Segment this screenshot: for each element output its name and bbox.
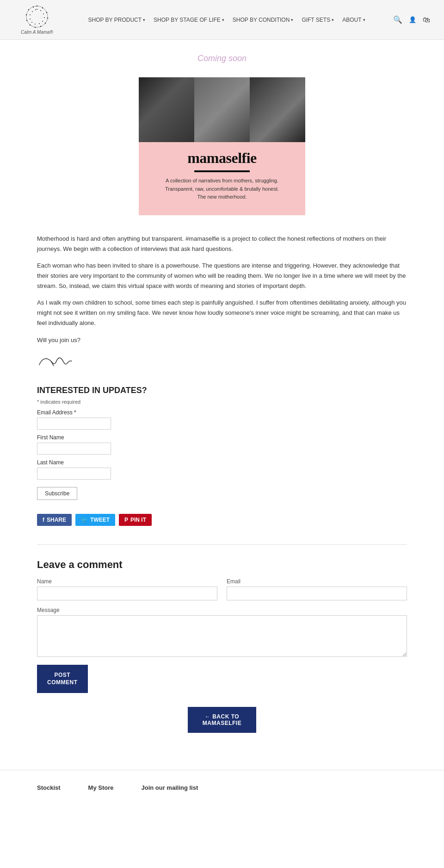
banner-photo-1 <box>139 77 194 142</box>
share-pinterest-button[interactable]: P PIN IT <box>119 514 152 526</box>
comment-message-label: Message <box>37 607 407 613</box>
login-icon[interactable]: 👤 <box>409 16 416 23</box>
site-header: Calm A Mama® SHOP BY PRODUCT ▾ SHOP BY S… <box>0 0 444 40</box>
svg-point-7 <box>35 27 36 28</box>
svg-point-20 <box>31 22 32 23</box>
comment-name-label: Name <box>37 578 217 585</box>
coming-soon-label: Coming soon <box>37 54 407 63</box>
pinterest-icon: P <box>124 517 128 523</box>
comment-email-label: Email <box>227 578 407 585</box>
banner-photo-2 <box>194 77 250 142</box>
svg-point-18 <box>39 23 40 24</box>
svg-point-23 <box>32 11 33 12</box>
site-footer: Stockist My Store Join our mailing list <box>0 770 444 804</box>
header-icons: 🔍 👤 🛍 <box>393 15 430 24</box>
svg-point-2 <box>42 7 43 8</box>
svg-point-17 <box>42 21 43 22</box>
svg-point-6 <box>40 26 41 27</box>
article-paragraph-3: As I walk my own children to school, som… <box>37 298 407 328</box>
main-content: Coming soon mamaselfie A collection of n… <box>0 40 444 770</box>
svg-point-15 <box>43 13 44 14</box>
social-share: f SHARE 🐦 TWEET P PIN IT <box>37 514 407 526</box>
comment-message-field: Message <box>37 607 407 658</box>
article-join: Will you join us? <box>37 335 407 345</box>
svg-point-10 <box>26 14 27 15</box>
newsletter-email-input[interactable] <box>37 418 111 430</box>
footer-col-my-store: My Store <box>88 784 114 795</box>
comment-message-textarea[interactable] <box>37 615 407 657</box>
last-name-label: Last Name <box>37 459 407 466</box>
back-to-mamaselfie-button[interactable]: ← BACK TOMAMASELFIE <box>188 707 256 733</box>
first-name-label: First Name <box>37 434 407 441</box>
mamaselfie-banner: mamaselfie A collection of narratives fr… <box>139 77 305 215</box>
newsletter-first-name-input[interactable] <box>37 443 111 455</box>
comment-name-field: Name <box>37 578 217 600</box>
subscribe-button[interactable]: Subscribe <box>37 487 77 500</box>
svg-point-16 <box>44 17 45 18</box>
svg-point-22 <box>30 14 31 15</box>
article-paragraph-1: Motherhood is hard and often anything bu… <box>37 234 407 254</box>
svg-point-5 <box>45 23 46 24</box>
chevron-down-icon: ▾ <box>291 18 293 22</box>
required-note: * indicates required <box>37 399 407 405</box>
comment-name-input[interactable] <box>37 587 217 600</box>
facebook-icon: f <box>43 517 44 523</box>
svg-point-19 <box>35 24 36 25</box>
nav-shop-by-stage[interactable]: SHOP BY STAGE OF LIFE ▾ <box>154 17 224 23</box>
svg-point-24 <box>35 9 36 10</box>
svg-point-13 <box>37 9 37 10</box>
comment-name-email-row: Name Email <box>37 578 407 600</box>
banner-divider <box>194 170 250 172</box>
cart-icon[interactable]: 🛍 <box>423 16 430 24</box>
footer-col-mailing: Join our mailing list <box>141 784 198 795</box>
newsletter-last-name-input[interactable] <box>37 468 111 480</box>
newsletter-section: INTERESTED IN UPDATES? * indicates requi… <box>37 386 407 500</box>
share-facebook-button[interactable]: f SHARE <box>37 514 72 526</box>
svg-point-3 <box>46 12 47 13</box>
author-signature <box>37 352 407 372</box>
back-section: ← BACK TOMAMASELFIE <box>37 707 407 733</box>
logo-icon <box>25 5 49 29</box>
svg-point-14 <box>40 10 41 11</box>
main-nav: SHOP BY PRODUCT ▾ SHOP BY STAGE OF LIFE … <box>88 17 365 23</box>
search-icon[interactable]: 🔍 <box>393 15 402 24</box>
newsletter-title: INTERESTED IN UPDATES? <box>37 386 407 395</box>
svg-point-12 <box>33 6 34 7</box>
chevron-down-icon: ▾ <box>332 18 334 22</box>
svg-point-4 <box>47 18 48 19</box>
nav-shop-by-product[interactable]: SHOP BY PRODUCT ▾ <box>88 17 145 23</box>
footer-mailing-title: Join our mailing list <box>141 784 198 791</box>
post-comment-button[interactable]: POSTCOMMENT <box>37 665 88 693</box>
svg-point-1 <box>37 6 37 6</box>
article-paragraph-2: Each woman who has been invited to share… <box>37 261 407 291</box>
svg-point-8 <box>30 25 31 25</box>
chevron-down-icon: ▾ <box>222 18 224 22</box>
comment-email-field: Email <box>227 578 407 600</box>
comment-section-title: Leave a comment <box>37 559 407 571</box>
banner-photo-3 <box>250 77 305 142</box>
footer-stockist-title: Stockist <box>37 784 61 791</box>
nav-gift-sets[interactable]: GIFT SETS ▾ <box>302 17 334 23</box>
footer-col-stockist: Stockist <box>37 784 61 795</box>
logo-text: Calm A Mama® <box>21 30 53 35</box>
logo[interactable]: Calm A Mama® <box>14 5 60 35</box>
banner-photos <box>139 77 305 142</box>
svg-point-11 <box>28 9 29 10</box>
svg-point-21 <box>30 19 31 19</box>
twitter-icon: 🐦 <box>81 517 88 523</box>
nav-about[interactable]: ABOUT ▾ <box>342 17 365 23</box>
svg-point-9 <box>26 20 27 21</box>
share-twitter-button[interactable]: 🐦 TWEET <box>75 514 115 526</box>
nav-shop-by-condition[interactable]: SHOP BY CONDITION ▾ <box>233 17 294 23</box>
banner-title: mamaselfie <box>139 150 305 167</box>
chevron-down-icon: ▾ <box>363 18 365 22</box>
chevron-down-icon: ▾ <box>143 18 145 22</box>
comment-email-input[interactable] <box>227 587 407 600</box>
comment-section: Leave a comment Name Email Message POSTC… <box>37 544 407 693</box>
footer-mystore-title: My Store <box>88 784 114 791</box>
email-label: Email Address * <box>37 409 407 416</box>
banner-subtitle: A collection of narratives from mothers,… <box>139 177 305 201</box>
